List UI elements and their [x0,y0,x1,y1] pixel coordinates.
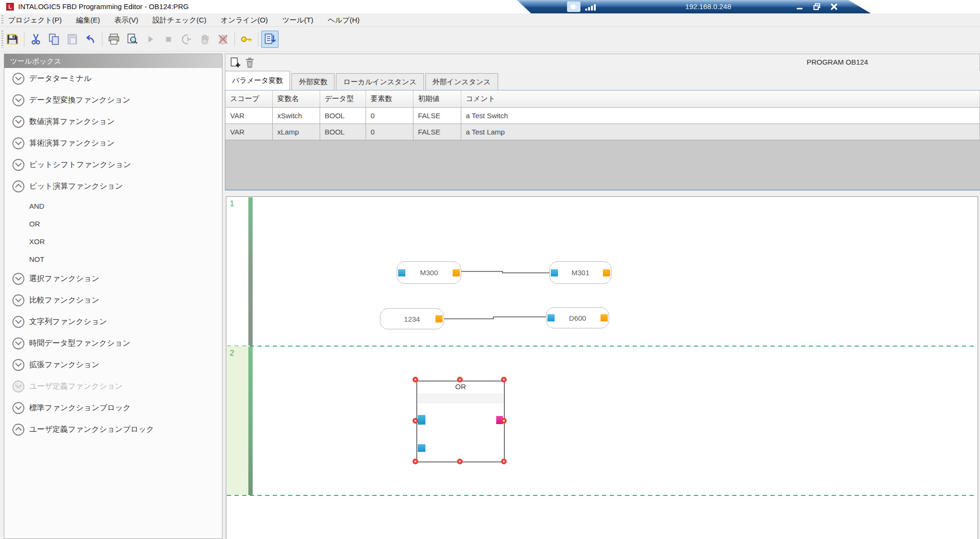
toolbox-item-label: ユーザ定義ファンクションブロック [29,425,154,435]
toolbox-panel: ツールボックス データターミナル データ型変換ファンクション 数値演算ファンクシ… [4,54,223,539]
toolbox-item-std-fb[interactable]: 標準ファンクションブロック [4,397,222,419]
toolbox-item-type-convert[interactable]: データ型変換ファンクション [4,90,222,111]
toolbox-item-or[interactable]: OR [4,215,222,233]
toolbar-grip[interactable] [1,31,3,48]
table-cell[interactable]: a Test Lamp [461,124,980,140]
grid-empty-area[interactable] [225,140,980,191]
toolbox-item-user-fb[interactable]: ユーザ定義ファンクションブロック [4,419,222,440]
fbd-canvas[interactable]: 1 2 M300M3011234D600OR [226,196,978,539]
data-terminal-M301[interactable]: M301 [549,261,612,284]
table-cell[interactable]: 0 [366,124,413,140]
selection-handle[interactable] [412,377,418,382]
menu-design-check[interactable]: 設計チェック(C) [148,13,216,27]
selection-handle[interactable] [457,459,463,464]
output-port[interactable] [435,315,443,323]
network-1-number: 1 [230,199,234,209]
toolbox-item-string[interactable]: 文字列ファンクション [4,311,222,333]
table-cell[interactable]: xLamp [272,124,320,140]
table-cell[interactable]: VAR [225,124,272,140]
toolbox-title: ツールボックス [4,54,222,68]
input-port[interactable] [551,269,558,276]
restore-button[interactable] [811,1,823,12]
output-port[interactable] [453,269,460,276]
abort-hand-button[interactable] [214,31,232,48]
toolbox-item-label: 数値演算ファンクション [29,117,115,127]
pin-button[interactable] [567,1,580,12]
app-icon: L [6,3,14,11]
toolbox-item-xor[interactable]: XOR [4,233,222,250]
function-block-OR[interactable]: OR [416,381,505,462]
selection-handle[interactable] [501,377,507,382]
function-block-label: OR [417,382,504,391]
toolbox-item-and[interactable]: AND [4,197,222,215]
menu-view[interactable]: 表示(V) [110,13,148,27]
add-variable-button[interactable] [228,56,243,70]
table-cell[interactable]: BOOL [320,108,366,124]
tab-external-vars[interactable]: 外部変数 [291,73,334,90]
output-port[interactable] [603,269,610,276]
tab-local-instance[interactable]: ローカルインスタンス [336,73,423,90]
toolbox-item-arithmetic[interactable]: 算術演算ファンクション [4,133,222,154]
data-terminal-D600[interactable]: D600 [546,307,609,328]
table-cell[interactable]: FALSE [413,108,461,124]
selection-handle[interactable] [501,418,507,424]
table-row[interactable]: VARxSwitchBOOL0FALSEa Test Switch [225,108,980,124]
column-header: スコープ [225,90,272,108]
run-button[interactable] [142,31,159,48]
tab-parameter-vars[interactable]: パラメータ変数 [225,71,290,90]
toolbox-item-numeric[interactable]: 数値演算ファンクション [4,111,222,133]
selection-handle[interactable] [412,459,418,464]
toolbox-item-bit-logic[interactable]: ビット演算ファンクション [4,176,222,197]
toolbox-item-label: データターミナル [29,74,91,84]
table-cell[interactable]: VAR [225,108,272,124]
stop-button[interactable] [160,31,177,48]
menu-online[interactable]: オンライン(O) [216,13,277,27]
table-cell[interactable]: BOOL [320,124,366,140]
toolbox-item-select[interactable]: 選択ファンクション [4,268,222,290]
menu-project[interactable]: プロジェクト(P) [3,13,71,27]
block-label: M300 [420,269,438,277]
output-port[interactable] [601,314,608,322]
selection-handle[interactable] [457,377,463,382]
toolbox-item-not[interactable]: NOT [4,250,222,268]
menu-edit[interactable]: 編集(E) [71,13,110,27]
undo-button[interactable] [82,31,99,48]
toolbox-item-extended[interactable]: 拡張ファンクション [4,354,222,376]
table-cell[interactable]: FALSE [413,124,461,140]
table-row[interactable]: VARxLampBOOL0FALSEa Test Lamp [225,124,980,140]
toolbox-item-time-type[interactable]: 時間データ型ファンクション [4,333,222,354]
cut-button[interactable] [27,31,45,48]
selection-handle[interactable] [501,459,507,464]
toolbox-item-label: データ型変換ファンクション [29,95,130,105]
data-terminal-M300[interactable]: M300 [397,261,461,284]
menu-help[interactable]: ヘルプ(H) [323,13,369,27]
selection-handle[interactable] [412,418,418,424]
column-header: 要素数 [366,90,413,108]
resume-button[interactable] [178,31,195,48]
input-port[interactable] [418,415,425,425]
copy-button[interactable] [45,31,63,48]
table-cell[interactable]: 0 [366,108,413,124]
menu-tools[interactable]: ツール(T) [278,13,323,27]
toolbox-item-compare[interactable]: 比較ファンクション [4,290,222,311]
table-cell[interactable]: a Test Switch [461,108,980,124]
toolbox-item-bit-shift[interactable]: ビットシフトファンクション [4,154,222,176]
input-port[interactable] [418,444,425,452]
tab-external-instance[interactable]: 外部インスタンス [425,73,498,90]
data-terminal-1234[interactable]: 1234 [380,308,444,329]
delete-variable-button[interactable] [243,56,257,70]
input-port[interactable] [398,269,405,276]
toolbox-item-data-terminal[interactable]: データターミナル [4,68,222,90]
save-button[interactable] [4,31,21,48]
minimize-button[interactable] [793,1,806,12]
close-button[interactable] [828,1,840,12]
transfer-program-button[interactable] [261,31,278,48]
pause-hand-button[interactable] [196,31,213,48]
print-preview-button[interactable] [123,31,141,48]
table-cell[interactable]: xSwitch [272,108,320,124]
key-button[interactable] [238,31,255,48]
input-port[interactable] [547,314,555,322]
paste-button[interactable] [64,31,81,48]
print-button[interactable] [105,31,122,48]
hand-icon [198,33,212,46]
